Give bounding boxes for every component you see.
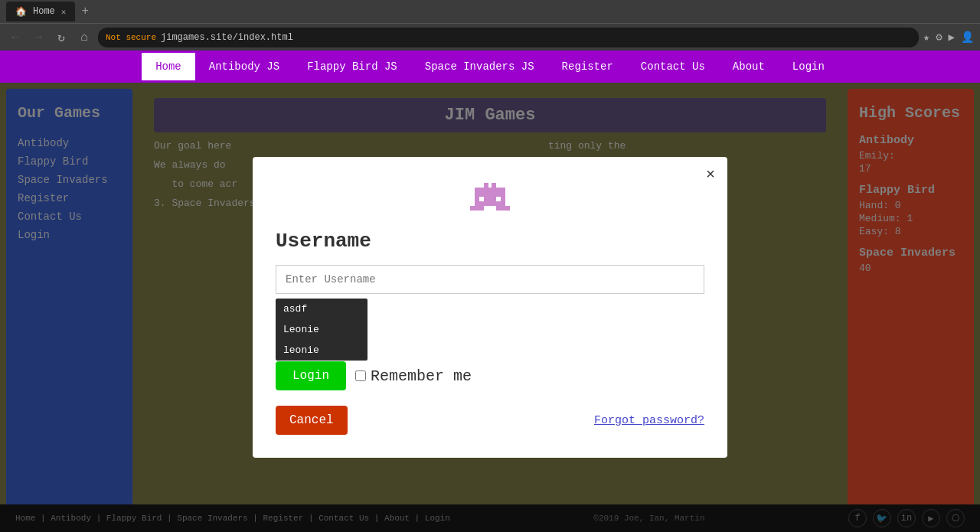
nav-login[interactable]: Login xyxy=(779,53,838,80)
modal-close-button[interactable]: × xyxy=(706,166,715,184)
site-background: Our Games Antibody Flappy Bird Space Inv… xyxy=(0,83,980,532)
svg-rect-5 xyxy=(475,192,505,197)
toolbar-icons: ★ ⚙ ▶ 👤 xyxy=(923,31,974,44)
modal-title: Username xyxy=(276,230,704,253)
modal-icon xyxy=(276,180,704,222)
autocomplete-item-leonie-lower[interactable]: leonie xyxy=(276,340,368,361)
browser-titlebar: 🏠 Home ✕ + xyxy=(0,0,980,23)
username-input[interactable] xyxy=(276,265,704,294)
svg-rect-0 xyxy=(475,188,479,192)
autocomplete-item-leonie[interactable]: Leonie xyxy=(276,319,368,340)
back-button[interactable]: ← xyxy=(6,31,24,44)
site-wrapper: Home Antibody JS Flappy Bird JS Space In… xyxy=(0,51,980,532)
svg-rect-2 xyxy=(492,183,496,188)
svg-rect-13 xyxy=(496,206,501,211)
autocomplete-item-asdf[interactable]: asdf xyxy=(276,299,368,319)
bookmark-icon[interactable]: ★ xyxy=(923,31,929,44)
svg-rect-12 xyxy=(479,206,484,211)
account-icon[interactable]: 👤 xyxy=(961,31,974,44)
svg-rect-7 xyxy=(484,197,496,201)
nav-home[interactable]: Home xyxy=(142,53,195,80)
cancel-button[interactable]: Cancel xyxy=(276,406,348,435)
svg-rect-3 xyxy=(501,188,505,192)
remember-me-checkbox[interactable] xyxy=(355,370,366,381)
username-field-wrapper: asdf Leonie leonie xyxy=(276,265,704,297)
nav-contact[interactable]: Contact Us xyxy=(627,53,719,80)
svg-rect-4 xyxy=(479,188,501,192)
home-button[interactable]: ⌂ xyxy=(75,31,93,44)
tab-close-icon[interactable]: ✕ xyxy=(61,7,67,17)
autocomplete-dropdown: asdf Leonie leonie xyxy=(276,299,368,361)
tab-favicon: 🏠 xyxy=(15,6,27,18)
forgot-password-link[interactable]: Forgot password? xyxy=(594,414,704,427)
nav-flappy-bird[interactable]: Flappy Bird JS xyxy=(293,53,411,80)
site-nav: Home Antibody JS Flappy Bird JS Space In… xyxy=(0,51,980,83)
browser-toolbar: ← → ↻ ⌂ Not secure jimgames.site/index.h… xyxy=(0,23,980,51)
forward-button[interactable]: → xyxy=(29,31,47,44)
modal-login-button[interactable]: Login xyxy=(276,361,346,390)
svg-rect-1 xyxy=(484,183,488,188)
nav-register[interactable]: Register xyxy=(548,53,627,80)
svg-rect-9 xyxy=(475,201,505,206)
browser-chrome: 🏠 Home ✕ + ← → ↻ ⌂ Not secure jimgames.s… xyxy=(0,0,980,51)
new-tab-icon[interactable]: + xyxy=(81,5,89,18)
video-icon[interactable]: ▶ xyxy=(949,31,955,44)
refresh-button[interactable]: ↻ xyxy=(52,30,70,45)
url-text: jimgames.site/index.html xyxy=(161,32,293,43)
remember-me-label: Remember me xyxy=(355,367,472,385)
nav-space-invaders[interactable]: Space Invaders JS xyxy=(411,53,548,80)
security-label: Not secure xyxy=(106,33,156,42)
svg-rect-8 xyxy=(501,197,505,201)
modal-cancel-row: Cancel Forgot password? xyxy=(276,406,704,435)
nav-about[interactable]: About xyxy=(719,53,779,80)
alien-sprite xyxy=(467,180,513,218)
nav-antibody[interactable]: Antibody JS xyxy=(195,53,293,80)
modal-actions: Login Remember me xyxy=(276,361,704,390)
modal-overlay: × xyxy=(0,83,980,532)
address-bar[interactable]: Not secure jimgames.site/index.html xyxy=(98,28,919,47)
browser-tab[interactable]: 🏠 Home ✕ xyxy=(6,2,75,21)
login-modal: × xyxy=(253,157,727,458)
svg-rect-6 xyxy=(475,197,479,201)
tab-title: Home xyxy=(33,6,55,17)
extensions-icon[interactable]: ⚙ xyxy=(936,31,942,44)
